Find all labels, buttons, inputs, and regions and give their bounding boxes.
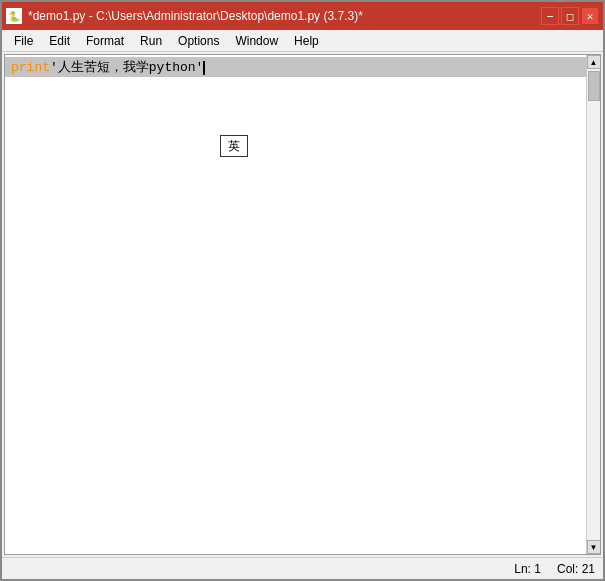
app-icon: 🐍 (6, 8, 22, 24)
title-bar: 🐍 *demo1.py - C:\Users\Administrator\Des… (2, 2, 603, 30)
menu-help[interactable]: Help (286, 30, 327, 51)
scroll-down-button[interactable]: ▼ (587, 540, 601, 554)
menu-edit[interactable]: Edit (41, 30, 78, 51)
status-bar: Ln: 1 Col: 21 (2, 557, 603, 579)
text-cursor (203, 61, 205, 75)
scroll-thumb[interactable] (588, 71, 600, 101)
menu-bar: File Edit Format Run Options Window Help (2, 30, 603, 52)
menu-file[interactable]: File (6, 30, 41, 51)
menu-format[interactable]: Format (78, 30, 132, 51)
print-keyword: print (11, 59, 50, 77)
ime-label: 英 (228, 138, 240, 155)
maximize-button[interactable]: □ (561, 7, 579, 25)
editor-area[interactable]: print '人生苦短，我学python' 英 ▲ ▼ (4, 54, 601, 555)
code-line-1: print '人生苦短，我学python' (11, 59, 594, 77)
string-value: '人生苦短，我学python' (50, 59, 203, 77)
minimize-button[interactable]: − (541, 7, 559, 25)
window-controls: − □ ✕ (541, 7, 599, 25)
menu-run[interactable]: Run (132, 30, 170, 51)
ime-popup: 英 (220, 135, 248, 157)
scroll-up-button[interactable]: ▲ (587, 55, 601, 69)
close-button[interactable]: ✕ (581, 7, 599, 25)
main-window: 🐍 *demo1.py - C:\Users\Administrator\Des… (0, 0, 605, 581)
title-bar-left: 🐍 *demo1.py - C:\Users\Administrator\Des… (6, 8, 363, 24)
menu-window[interactable]: Window (227, 30, 286, 51)
vertical-scrollbar[interactable]: ▲ ▼ (586, 55, 600, 554)
window-title: *demo1.py - C:\Users\Administrator\Deskt… (28, 9, 363, 23)
col-number: Col: 21 (557, 562, 595, 576)
code-editor[interactable]: print '人生苦短，我学python' (5, 55, 600, 81)
menu-options[interactable]: Options (170, 30, 227, 51)
line-number: Ln: 1 (514, 562, 541, 576)
